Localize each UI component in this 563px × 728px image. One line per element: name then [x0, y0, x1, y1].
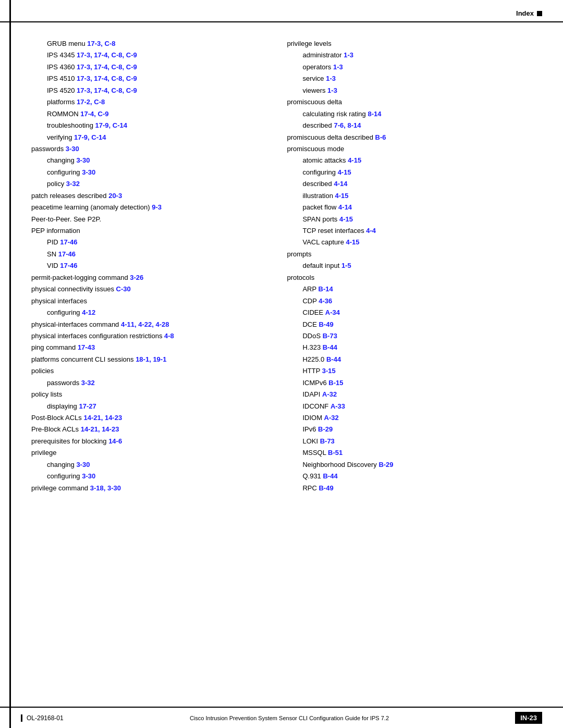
index-link[interactable]: 17-3, 17-4, C-8, C-9: [77, 75, 137, 82]
index-entry: viewers 1-3: [287, 85, 542, 96]
index-link[interactable]: 20-3: [108, 192, 122, 200]
index-link[interactable]: 4-4: [366, 227, 376, 235]
index-link[interactable]: A-32: [322, 390, 337, 398]
index-entry: configuring 3-30: [31, 167, 266, 178]
index-link[interactable]: B-73: [320, 437, 335, 445]
index-entry: Pre-Block ACLs 14-21, 14-23: [31, 424, 266, 435]
page-header: Index: [0, 0, 563, 22]
index-link[interactable]: 3-30: [66, 145, 79, 153]
index-link[interactable]: 1-3: [333, 63, 343, 71]
index-link[interactable]: 1-3: [327, 87, 337, 94]
index-link[interactable]: 14-21, 14-23: [83, 414, 122, 422]
index-entry: MSSQL B-51: [287, 447, 542, 458]
index-entry: H225.0 B-44: [287, 354, 542, 365]
index-entry: Post-Block ACLs 14-21, 14-23: [31, 412, 266, 423]
index-entry: packet flow 4-14: [287, 202, 542, 213]
index-entry: VACL capture 4-15: [287, 237, 542, 248]
index-link[interactable]: A-32: [324, 414, 339, 422]
index-link[interactable]: 4-8: [164, 332, 174, 340]
index-link[interactable]: 17-2, C-8: [77, 98, 105, 106]
index-link[interactable]: 3-26: [130, 274, 143, 281]
index-link[interactable]: 17-3, C-8: [87, 40, 115, 47]
index-entry: administrator 1-3: [287, 50, 542, 60]
index-entry: RPC B-49: [287, 483, 542, 493]
index-link[interactable]: 17-3, 17-4, C-8, C-9: [77, 51, 137, 59]
index-link[interactable]: 17-9, C-14: [95, 121, 127, 129]
index-link[interactable]: 18-1, 19-1: [136, 355, 166, 363]
index-link[interactable]: 17-3, 17-4, C-8, C-9: [77, 87, 137, 94]
index-link[interactable]: 7-6, 8-14: [334, 121, 361, 129]
index-link[interactable]: 4-12: [82, 309, 95, 316]
index-entry: IDIOM A-32: [287, 412, 542, 423]
index-link[interactable]: 17-43: [78, 343, 95, 351]
index-entry: DCE B-49: [287, 319, 542, 330]
index-link[interactable]: 17-46: [60, 238, 77, 246]
left-border-bar: [9, 0, 11, 728]
index-link[interactable]: B-15: [328, 379, 343, 387]
index-link[interactable]: C-30: [116, 285, 131, 293]
index-entry: displaying 17-27: [31, 401, 266, 412]
index-link[interactable]: A-33: [331, 402, 345, 410]
index-link[interactable]: 3-18, 3-30: [90, 484, 121, 492]
index-link[interactable]: 17-3, 17-4, C-8, C-9: [77, 63, 137, 71]
index-entry: IPS 4360 17-3, 17-4, C-8, C-9: [31, 61, 266, 72]
index-link[interactable]: B-49: [319, 484, 333, 492]
index-link[interactable]: B-6: [375, 133, 386, 141]
index-link[interactable]: 4-15: [335, 192, 349, 200]
index-entry: passwords 3-32: [31, 377, 266, 388]
index-link[interactable]: 3-30: [82, 472, 95, 480]
index-link[interactable]: B-49: [319, 320, 333, 328]
index-link[interactable]: 3-32: [66, 180, 80, 188]
index-link[interactable]: 4-15: [338, 168, 351, 176]
index-link[interactable]: 4-14: [338, 203, 352, 211]
index-link[interactable]: 1-3: [344, 51, 353, 59]
index-link[interactable]: B-73: [323, 332, 337, 340]
index-link[interactable]: 17-9, C-14: [74, 133, 106, 141]
index-entry: IPS 4520 17-3, 17-4, C-8, C-9: [31, 85, 266, 96]
index-link[interactable]: 14-6: [108, 437, 122, 445]
index-link[interactable]: 4-15: [339, 215, 353, 223]
index-link[interactable]: 3-30: [76, 461, 90, 468]
right-column: privilege levelsadministrator 1-3operato…: [276, 38, 542, 494]
index-link[interactable]: 4-36: [319, 297, 332, 305]
index-entry: promiscuous delta: [287, 96, 542, 107]
index-link[interactable]: B-29: [318, 425, 333, 433]
index-link[interactable]: B-44: [323, 343, 337, 351]
index-entry: CIDEE A-34: [287, 307, 542, 318]
index-link[interactable]: 3-32: [81, 379, 95, 387]
footer-page-number: IN-23: [515, 712, 542, 724]
index-entry: configuring 4-12: [31, 307, 266, 318]
index-link[interactable]: A-34: [325, 309, 340, 316]
index-link[interactable]: 17-46: [60, 262, 77, 269]
index-link[interactable]: B-29: [378, 461, 393, 468]
index-link[interactable]: B-44: [323, 472, 337, 480]
index-link[interactable]: 3-30: [82, 168, 95, 176]
index-entry: physical interfaces: [31, 295, 266, 306]
index-entry: IPS 4510 17-3, 17-4, C-8, C-9: [31, 73, 266, 84]
index-entry: policy lists: [31, 389, 266, 400]
index-link[interactable]: 1-5: [341, 262, 351, 269]
index-link[interactable]: 3-30: [76, 156, 90, 164]
index-link[interactable]: 9-3: [152, 203, 162, 211]
index-link[interactable]: 17-46: [58, 250, 76, 258]
index-entry: changing 3-30: [31, 155, 266, 166]
index-link[interactable]: B-51: [328, 449, 342, 456]
index-link[interactable]: 8-14: [368, 110, 381, 118]
index-link[interactable]: 3-15: [322, 367, 336, 375]
index-link[interactable]: 4-15: [346, 238, 360, 246]
index-link[interactable]: 1-3: [326, 75, 336, 82]
index-link[interactable]: B-14: [319, 285, 333, 293]
index-entry: described 7-6, 8-14: [287, 120, 542, 131]
index-link[interactable]: 4-14: [334, 180, 347, 188]
index-link[interactable]: B-44: [326, 355, 341, 363]
index-link[interactable]: 4-11, 4-22, 4-28: [121, 320, 169, 328]
index-link[interactable]: 17-4, C-9: [80, 110, 108, 118]
main-content: GRUB menu 17-3, C-8IPS 4345 17-3, 17-4, …: [0, 22, 563, 525]
index-entry: privilege: [31, 447, 266, 458]
index-entry: ping command 17-43: [31, 342, 266, 353]
index-entry: privilege levels: [287, 38, 542, 49]
index-entry: configuring 3-30: [31, 471, 266, 482]
index-link[interactable]: 14-21, 14-23: [81, 425, 119, 433]
index-link[interactable]: 17-27: [79, 402, 96, 410]
index-link[interactable]: 4-15: [348, 156, 361, 164]
